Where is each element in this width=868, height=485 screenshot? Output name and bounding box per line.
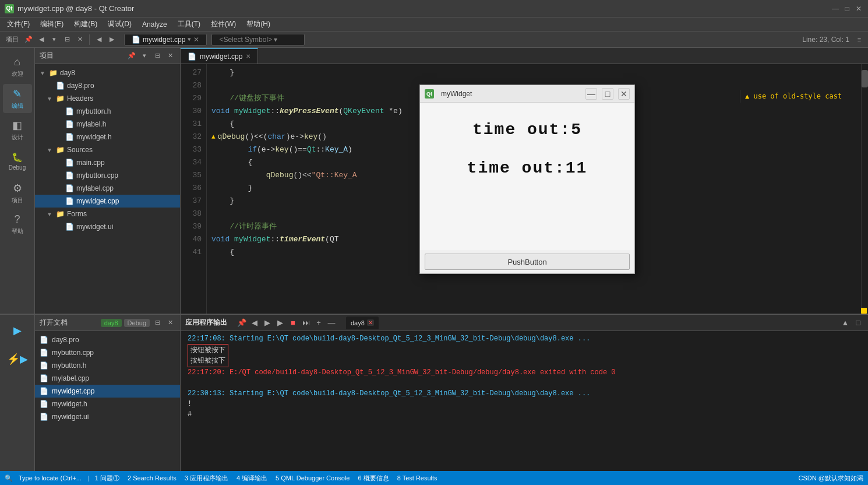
toolbar-close-panel[interactable]: ✕ [75, 34, 85, 45]
output-nav-left[interactable]: ◀ [249, 318, 260, 328]
output-collapse[interactable]: ▲ [840, 318, 851, 328]
tree-item-headers[interactable]: ▼ 📁 Headers [35, 92, 180, 105]
output-expand[interactable]: □ [853, 318, 863, 328]
tab-close-mywidgetcpp[interactable]: ✕ [246, 53, 250, 59]
menu-help[interactable]: 帮助(H) [242, 18, 275, 30]
vertical-scrollbar[interactable] [861, 64, 868, 314]
status-item-8[interactable]: 8 Test Results [395, 475, 440, 482]
project-close[interactable]: ✕ [165, 51, 175, 61]
output-stop[interactable]: ■ [288, 318, 298, 328]
sidebar-item-help[interactable]: ? 帮助 [3, 210, 32, 239]
output-content[interactable]: 22:17:08: Starting E:\QT code\build-day8… [181, 331, 868, 472]
sidebar-item-debug[interactable]: 🐛 Debug [3, 147, 32, 176]
title-text: mywidget.cpp @ day8 - Qt Creator [17, 4, 134, 13]
toolbar-filter[interactable]: ▾ [49, 34, 59, 45]
debug-badge: Debug [124, 319, 150, 327]
folder-icon-headers: 📁 [56, 94, 65, 103]
menu-analyze[interactable]: Analyze [137, 19, 172, 30]
tab-filename: mywidget.cpp [200, 52, 242, 61]
status-item-3[interactable]: 3 应用程序输出 [182, 474, 231, 483]
status-item-6[interactable]: 6 概要信息 [355, 474, 391, 483]
tree-label-forms: Forms [67, 210, 87, 218]
close-button[interactable]: ✕ [854, 4, 863, 13]
status-search-placeholder[interactable]: Type to locate (Ctrl+... [16, 475, 84, 482]
menu-edit[interactable]: 编辑(E) [36, 18, 68, 30]
active-file-tab[interactable]: 📄 mywidget.cpp ▾ ✕ [124, 34, 207, 45]
tree-item-sources[interactable]: ▼ 📁 Sources [35, 143, 180, 156]
design-icon: ◧ [12, 119, 22, 132]
toolbar-back[interactable]: ◀ [36, 34, 47, 45]
doc-icon-mywidgetui: 📄 [40, 413, 48, 421]
output-run[interactable]: ▶ [275, 318, 285, 328]
tree-item-mywidgeth[interactable]: ▶ 📄 mywidget.h [35, 131, 180, 143]
editor-tab-mywidgetcpp[interactable]: 📄 mywidget.cpp ✕ [181, 48, 258, 64]
float-close[interactable]: ✕ [618, 88, 630, 100]
menu-tools[interactable]: 工具(T) [173, 18, 205, 30]
menu-file[interactable]: 文件(F) [2, 18, 34, 30]
maximize-button[interactable]: □ [842, 4, 852, 13]
project-expand[interactable]: ⊟ [152, 51, 163, 61]
file-icon-mylabelh: 📄 [65, 120, 74, 128]
tree-label-mylabelh: mylabel.h [76, 120, 106, 128]
output-add[interactable]: + [313, 318, 324, 328]
open-docs-layout[interactable]: ⊟ [152, 318, 163, 328]
menu-controls[interactable]: 控件(W) [206, 18, 241, 30]
sidebar-item-project[interactable]: ⚙ 项目 [3, 178, 32, 208]
bottom-tab-day8[interactable]: day8 ✕ [346, 317, 379, 329]
bottom-tab-day8-label: day8 [351, 319, 365, 326]
output-step[interactable]: ⏭ [301, 318, 311, 328]
sidebar-item-edit[interactable]: ✎ 编辑 [3, 84, 32, 113]
doc-item-mybuttoncpp[interactable]: 📄 mybutton.cpp [35, 346, 180, 359]
tree-item-mylabelcpp[interactable]: ▶ 📄 mylabel.cpp [35, 182, 180, 195]
float-title-text: myWidget [441, 90, 582, 98]
tree-item-mylabelh[interactable]: ▶ 📄 mylabel.h [35, 118, 180, 131]
toolbar-layout[interactable]: ⊟ [62, 34, 72, 45]
symbol-selector[interactable]: <Select Symbol> ▾ [211, 34, 305, 45]
doc-item-mywidgetui[interactable]: 📄 mywidget.ui [35, 410, 180, 423]
output-nav-right[interactable]: ▶ [262, 318, 273, 328]
doc-item-mywidgeth[interactable]: 📄 mywidget.h [35, 398, 180, 410]
status-item-4[interactable]: 4 编译输出 [234, 474, 270, 483]
arrow-day8: ▼ [40, 70, 47, 76]
toolbar-nav-right[interactable]: ▶ [107, 34, 117, 45]
open-docs-close[interactable]: ✕ [165, 318, 175, 328]
tree-item-day8pro[interactable]: ▶ 📄 day8.pro [35, 79, 180, 92]
project-filter[interactable]: ▾ [139, 51, 150, 61]
toolbar-pin[interactable]: 📌 [23, 34, 34, 45]
lb-build-run[interactable]: ⚡▶ [3, 346, 32, 372]
doc-item-mybuttonh[interactable]: 📄 mybutton.h [35, 359, 180, 372]
bottom-tab-day8-close[interactable]: ✕ [367, 319, 374, 326]
tree-label-mywidgetcpp: mywidget.cpp [76, 197, 119, 205]
tree-item-mybuttoncpp[interactable]: ▶ 📄 mybutton.cpp [35, 169, 180, 182]
sidebar-item-welcome[interactable]: ⌂ 欢迎 [3, 52, 32, 82]
doc-item-day8pro[interactable]: 📄 day8.pro [35, 333, 180, 346]
status-bar: 🔍 Type to locate (Ctrl+... | 1 问题① 2 Sea… [0, 471, 868, 485]
status-item-1[interactable]: 1 问题① [93, 474, 122, 483]
float-maximize[interactable]: □ [602, 88, 613, 100]
status-search-icon: 🔍 [5, 475, 13, 482]
tree-item-mywidgetcpp[interactable]: ▶ 📄 mywidget.cpp [35, 195, 180, 208]
output-pin[interactable]: 📌 [237, 318, 247, 328]
tree-item-mywidgetui[interactable]: ▶ 📄 mywidget.ui [35, 220, 180, 233]
help-icon: ? [14, 213, 20, 226]
tree-item-forms[interactable]: ▼ 📁 Forms [35, 208, 180, 220]
push-button[interactable]: PushButton [425, 254, 630, 270]
lb-run[interactable]: ▶ [3, 317, 32, 343]
toolbar-nav-left[interactable]: ◀ [94, 34, 104, 45]
toolbar-more[interactable]: ≡ [854, 34, 865, 45]
sidebar-item-design[interactable]: ◧ 设计 [3, 115, 32, 145]
doc-item-mylabelcpp[interactable]: 📄 mylabel.cpp [35, 372, 180, 385]
status-item-5[interactable]: 5 QML Debugger Console [273, 475, 352, 482]
status-item-2[interactable]: 2 Search Results [125, 475, 179, 482]
doc-item-mywidgetcpp[interactable]: 📄 mywidget.cpp [35, 385, 180, 398]
minimize-button[interactable]: — [831, 4, 840, 13]
menu-debug[interactable]: 调试(D) [103, 18, 136, 30]
menu-build[interactable]: 构建(B) [69, 18, 102, 30]
output-minus[interactable]: — [326, 318, 337, 328]
doc-label-mybuttonh: mybutton.h [52, 361, 86, 370]
tree-item-mybuttonh[interactable]: ▶ 📄 mybutton.h [35, 105, 180, 118]
project-pin[interactable]: 📌 [126, 51, 137, 61]
float-minimize[interactable]: — [585, 88, 597, 100]
tree-item-day8[interactable]: ▼ 📁 day8 [35, 66, 180, 79]
tree-item-maincpp[interactable]: ▶ 📄 main.cpp [35, 156, 180, 169]
